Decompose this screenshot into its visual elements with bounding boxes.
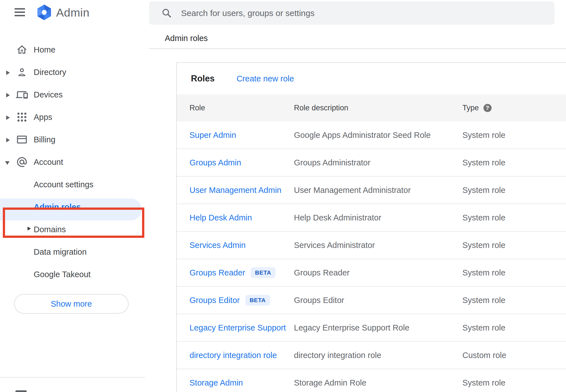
chevron-right-icon[interactable]	[28, 227, 31, 231]
table-row-storage-admin: Storage AdminStorage Admin RoleSystem ro…	[177, 369, 566, 392]
breadcrumb: Admin roles	[165, 34, 208, 43]
beta-badge: BETA	[245, 295, 270, 306]
sidebar-item-label: Account settings	[34, 180, 93, 189]
cut-off-bottom-icon	[15, 390, 27, 392]
sidebar-item-label: Account	[34, 158, 63, 167]
role-link[interactable]: Help Desk Admin	[190, 213, 252, 222]
role-type: System role	[462, 158, 566, 167]
sidebar-item-label: Google Takeout	[34, 270, 91, 279]
role-description: Groups Reader	[294, 268, 462, 277]
role-type: System role	[462, 213, 566, 222]
role-description: Help Desk Administrator	[294, 213, 462, 222]
sidebar-item-directory[interactable]: Directory	[0, 61, 145, 83]
sidebar-item-label: Billing	[34, 135, 55, 144]
column-header-description: Role description	[294, 104, 462, 112]
table-row-directory-integration-role: directory integration roledirectory inte…	[177, 342, 566, 369]
role-link[interactable]: Storage Admin	[190, 378, 243, 388]
sidebar-item-label: Domains	[34, 225, 66, 234]
sidebar-item-data-migration[interactable]: Data migration	[0, 241, 145, 263]
role-link[interactable]: Groups Admin	[190, 158, 241, 167]
home-icon	[16, 44, 28, 56]
role-type: System role	[462, 131, 566, 140]
role-link[interactable]: Legacy Enterprise Support	[190, 323, 286, 332]
sidebar-item-label: Home	[34, 45, 55, 54]
table-row-groups-editor: Groups EditorBETAGroups EditorSystem rol…	[177, 287, 566, 314]
roles-panel: Roles Create new role Role Role descript…	[176, 62, 566, 392]
table-body: Super AdminGoogle Apps Administrator See…	[177, 122, 566, 392]
role-description: Storage Admin Role	[294, 378, 462, 388]
search-input[interactable]: Search for users, groups or settings	[181, 1, 314, 25]
role-link[interactable]: Groups Editor	[190, 296, 240, 305]
role-link[interactable]: User Management Admin	[190, 186, 281, 195]
role-type: System role	[462, 323, 566, 332]
breadcrumb-divider	[149, 48, 566, 49]
role-description: Groups Administrator	[294, 158, 462, 167]
credit-card-icon	[16, 134, 28, 145]
role-link[interactable]: Groups Reader	[190, 268, 245, 277]
sidebar-item-admin-roles[interactable]: Admin roles	[0, 196, 145, 218]
table-row-services-admin: Services AdminServices AdministratorSyst…	[177, 232, 566, 259]
role-description: Legacy Enterprise Support Role	[294, 323, 462, 332]
sidebar-item-label: Apps	[34, 113, 52, 122]
sidebar-item-home[interactable]: Home	[0, 38, 145, 61]
sidebar-item-label: Devices	[34, 90, 63, 99]
sidebar-item-account[interactable]: Account	[0, 151, 145, 173]
role-type: Custom role	[462, 351, 566, 360]
panel-title: Roles	[191, 74, 214, 84]
devices-icon	[16, 89, 28, 101]
roles-panel-header: Roles Create new role	[177, 63, 566, 94]
apps-grid-icon	[16, 111, 28, 123]
search-bar[interactable]: Search for users, groups or settings	[149, 1, 554, 25]
table-row-super-admin: Super AdminGoogle Apps Administrator See…	[177, 122, 566, 149]
sidebar-item-google-takeout[interactable]: Google Takeout	[0, 263, 145, 286]
sidebar-item-billing[interactable]: Billing	[0, 128, 145, 151]
role-type: System role	[462, 241, 566, 250]
table-row-groups-reader: Groups ReaderBETAGroups ReaderSystem rol…	[177, 259, 566, 287]
sidebar-item-account-settings[interactable]: Account settings	[0, 173, 145, 196]
role-type: System role	[462, 378, 566, 388]
sidebar-item-label: Admin roles	[34, 202, 81, 212]
chevron-right-icon[interactable]	[6, 70, 10, 75]
chevron-down-icon[interactable]	[5, 161, 10, 165]
chevron-right-icon[interactable]	[6, 93, 10, 97]
chevron-right-icon[interactable]	[6, 138, 10, 142]
help-icon[interactable]: ?	[483, 104, 492, 112]
app-bar: Admin	[0, 0, 145, 27]
sidebar-item-label: Data migration	[34, 247, 87, 257]
sidebar-bottom-divider	[0, 377, 145, 378]
role-description: Google Apps Administrator Seed Role	[294, 131, 462, 140]
role-description: User Management Administrator	[294, 186, 462, 195]
column-header-type: Type ?	[462, 104, 566, 112]
table-header-row: Role Role description Type ?	[177, 94, 566, 122]
column-header-role: Role	[190, 104, 294, 112]
person-icon	[16, 66, 28, 78]
create-new-role-link[interactable]: Create new role	[236, 74, 294, 83]
chevron-right-icon[interactable]	[6, 115, 10, 120]
google-admin-logo-icon	[36, 4, 53, 21]
role-type: System role	[462, 268, 566, 277]
role-type: System role	[462, 186, 566, 195]
sidebar-item-devices[interactable]: Devices	[0, 83, 145, 106]
table-row-help-desk-admin: Help Desk AdminHelp Desk AdministratorSy…	[177, 204, 566, 232]
table-row-groups-admin: Groups AdminGroups AdministratorSystem r…	[177, 149, 566, 177]
product-title: Admin	[56, 6, 90, 19]
sidebar-item-apps[interactable]: Apps	[0, 106, 145, 128]
role-type: System role	[462, 296, 566, 305]
search-icon	[161, 8, 172, 18]
show-more-button[interactable]: Show more	[14, 294, 129, 314]
role-link[interactable]: Super Admin	[190, 131, 236, 140]
table-row-legacy-enterprise-support: Legacy Enterprise SupportLegacy Enterpri…	[177, 314, 566, 342]
role-description: Services Administrator	[294, 241, 462, 250]
sidebar-item-domains[interactable]: Domains	[0, 218, 145, 241]
sidebar-nav: HomeDirectoryDevicesAppsBillingAccountAc…	[0, 27, 145, 392]
hamburger-menu-icon[interactable]	[15, 8, 25, 16]
sidebar-item-label: Directory	[34, 68, 66, 77]
role-link[interactable]: directory integration role	[190, 351, 277, 360]
at-sign-icon	[16, 156, 28, 168]
role-link[interactable]: Services Admin	[190, 241, 246, 250]
beta-badge: BETA	[251, 267, 275, 278]
role-description: Groups Editor	[294, 296, 462, 305]
table-row-user-management-admin: User Management AdminUser Management Adm…	[177, 177, 566, 204]
role-description: directory integration role	[294, 351, 462, 360]
